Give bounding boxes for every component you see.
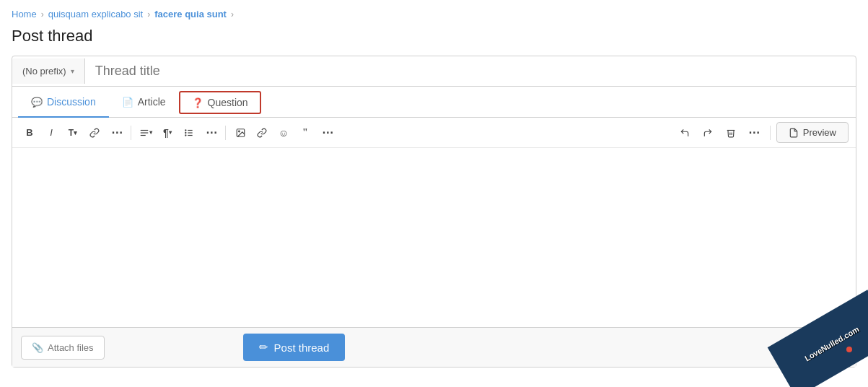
redo-button[interactable] <box>698 123 718 143</box>
emoji-button[interactable]: ☺ <box>273 123 294 143</box>
tab-article[interactable]: 📄 Article <box>109 87 179 118</box>
bottom-bar: 📎 Attach files ✏ Post thread <box>12 327 856 367</box>
thread-form: (No prefix) ▾ 💬 Discussion 📄 Article ❓ Q… <box>12 56 856 368</box>
svg-point-8 <box>185 134 186 135</box>
tab-discussion-label: Discussion <box>47 96 96 108</box>
question-icon: ❓ <box>192 97 203 108</box>
toolbar-sep-1 <box>131 126 131 140</box>
hyperlink-button[interactable] <box>252 123 272 143</box>
watermark-text: LoveNulled.com <box>803 325 861 363</box>
chevron-down-icon: ▾ <box>71 67 74 75</box>
align-button[interactable]: ▾ <box>136 123 156 143</box>
watermark-dot <box>846 347 852 352</box>
text-size-button[interactable]: T▾ <box>63 123 83 143</box>
undo-button[interactable] <box>675 123 695 143</box>
link-button[interactable] <box>84 123 105 143</box>
clear-format-button[interactable] <box>721 123 741 143</box>
article-icon: 📄 <box>122 97 133 108</box>
preview-button[interactable]: Preview <box>776 122 849 143</box>
editor-area: B I T▾ ⋯ ▾ ¶▾ ⋯ <box>12 118 856 327</box>
breadcrumb-level2[interactable]: facere quia sunt <box>154 9 227 19</box>
more-actions-button[interactable]: ⋯ <box>744 123 764 143</box>
breadcrumb-sep3: › <box>231 9 234 19</box>
svg-point-6 <box>185 129 186 130</box>
prefix-dropdown[interactable]: (No prefix) ▾ <box>12 58 85 84</box>
image-button[interactable] <box>230 123 250 143</box>
editor-toolbar: B I T▾ ⋯ ▾ ¶▾ ⋯ <box>12 118 856 148</box>
breadcrumb-level1[interactable]: quisquam explicabo sit <box>48 9 144 19</box>
page-title: Post thread <box>12 27 856 45</box>
toolbar-sep-3 <box>770 126 771 140</box>
paragraph-button[interactable]: ¶▾ <box>157 123 177 143</box>
edit-icon: ✏ <box>259 341 268 354</box>
quote-button[interactable]: " <box>295 123 315 143</box>
more-block-button[interactable]: ⋯ <box>201 123 221 143</box>
thread-title-input[interactable] <box>85 56 856 86</box>
toolbar-right: ⋯ Preview <box>675 122 849 143</box>
post-thread-button[interactable]: ✏ Post thread <box>243 334 346 361</box>
tab-question-label: Question <box>208 97 248 108</box>
breadcrumb: Home › quisquam explicabo sit › facere q… <box>12 9 856 19</box>
editor-content[interactable] <box>12 148 856 321</box>
discussion-icon: 💬 <box>31 97 43 108</box>
svg-point-7 <box>185 132 186 133</box>
prefix-label: (No prefix) <box>22 66 66 77</box>
tabs-row: 💬 Discussion 📄 Article ❓ Question <box>12 87 856 118</box>
breadcrumb-sep2: › <box>147 9 150 19</box>
attach-label: Attach files <box>48 342 94 353</box>
svg-point-10 <box>238 131 240 132</box>
bold-button[interactable]: B <box>19 123 40 143</box>
list-button[interactable] <box>179 123 199 143</box>
breadcrumb-home[interactable]: Home <box>12 9 37 19</box>
post-thread-label: Post thread <box>274 342 330 354</box>
tab-article-label: Article <box>138 96 166 108</box>
breadcrumb-sep1: › <box>41 9 44 19</box>
page-wrapper: Home › quisquam explicabo sit › facere q… <box>0 0 868 387</box>
title-row: (No prefix) ▾ <box>12 56 856 87</box>
more-insert-button[interactable]: ⋯ <box>317 123 337 143</box>
tab-discussion[interactable]: 💬 Discussion <box>18 87 109 118</box>
tab-question[interactable]: ❓ Question <box>179 91 261 114</box>
italic-button[interactable]: I <box>41 123 61 143</box>
more-text-button[interactable]: ⋯ <box>106 123 126 143</box>
toolbar-sep-2 <box>225 126 226 140</box>
attach-files-button[interactable]: 📎 Attach files <box>21 336 105 360</box>
preview-label: Preview <box>803 127 836 138</box>
paperclip-icon: 📎 <box>32 342 43 353</box>
